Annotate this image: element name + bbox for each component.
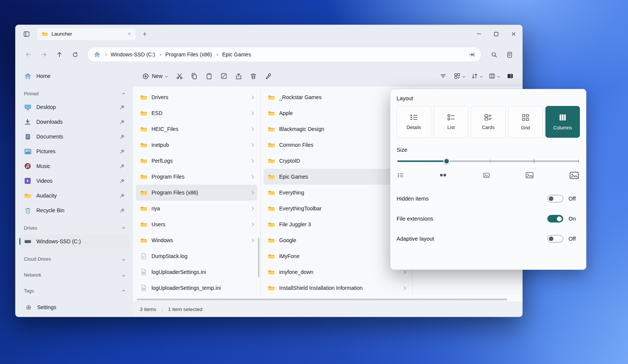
paste-button[interactable] [202,70,216,82]
chevron-right-icon [250,191,254,194]
file-name: logUploaderSettings_temp.ini [152,285,221,291]
address-bar[interactable]: Windows-SSD (C:) Program Files (x86) Epi… [87,47,481,62]
file-row-selected[interactable]: Program Files (x86) [136,185,257,201]
tab-list-button[interactable] [20,28,33,40]
horizontal-scrollbar-thumb[interactable] [137,299,507,300]
sidebar-item-audacity[interactable]: Audacity [19,188,129,203]
filter-button[interactable] [436,70,450,82]
file-row[interactable]: logUploaderSettings_temp.ini [136,280,257,296]
layout-option-grid[interactable]: Grid [508,106,543,138]
file-row[interactable]: inetpub [136,137,257,153]
forward-button[interactable] [37,48,51,61]
sidebar-item-videos[interactable]: Videos [19,174,129,188]
file-row[interactable]: File Juggler 3 [264,216,409,232]
sidebar-section-tags[interactable]: Tags [19,286,129,296]
layout-option-cards[interactable]: Cards [471,106,505,138]
toggle-knob [549,196,553,201]
file-row[interactable]: Apple [264,105,409,121]
size-slider[interactable] [397,157,579,165]
sidebar-item-pictures[interactable]: Pictures [19,144,129,159]
file-row[interactable]: Users [136,216,257,232]
folder-icon [268,254,275,259]
music-icon [24,163,31,170]
breadcrumb-item-drive[interactable]: Windows-SSD (C:) [111,51,155,58]
file-row[interactable]: Windows [136,232,257,248]
minimize-button[interactable] [470,25,487,43]
toggle-knob [557,216,562,221]
sidebar-section-pinned[interactable]: Pinned [19,89,129,99]
new-tab-button[interactable] [139,28,150,40]
back-button[interactable] [22,48,35,61]
maximize-button[interactable] [487,25,505,43]
file-row-selected[interactable]: Epic Games [264,169,409,185]
search-button[interactable] [487,48,501,61]
file-row[interactable]: logUploaderSettings.ini [136,264,257,280]
vertical-scrollbar-thumb[interactable] [258,238,259,277]
layout-option-columns[interactable]: Columns [545,106,580,138]
sidebar-item-home[interactable]: Home [19,69,129,83]
layout-view-button[interactable] [451,70,467,82]
file-row[interactable]: Google [264,232,409,248]
refresh-button[interactable] [68,48,82,61]
tab-launcher[interactable]: Launcher [37,28,136,40]
sidebar-item-documents[interactable]: Documents [19,129,129,144]
sidebar-item-desktop[interactable]: Desktop [19,100,129,114]
new-button[interactable]: New [138,70,172,82]
sidebar-item-downloads[interactable]: Downloads [19,115,129,129]
group-by-button[interactable] [486,70,502,82]
layout-option-details[interactable]: Details [397,106,431,138]
file-row[interactable]: Everything [264,185,409,201]
close-button[interactable] [505,25,522,43]
settings-label: Settings [37,304,56,310]
up-button[interactable] [53,48,66,61]
file-row[interactable]: iMyFone [264,248,409,264]
preview-pane-toggle[interactable] [503,70,517,82]
sidebar-item-label: Videos [36,178,53,184]
file-row[interactable]: _Rockstar Games [264,89,409,105]
hidden-items-toggle[interactable] [547,195,563,202]
properties-button[interactable] [261,70,275,82]
sidebar-item-music[interactable]: Music [19,159,129,173]
file-row[interactable]: imyfone_down [264,264,409,280]
breadcrumb-item-epic-games[interactable]: Epic Games [222,51,251,58]
file-row[interactable]: Blackmagic Design [264,121,409,137]
adaptive-layout-toggle[interactable] [547,235,563,243]
cut-button[interactable] [173,70,186,82]
sidebar-item-windows-ssd[interactable]: Windows-SSD (C:) [19,234,129,249]
file-row[interactable]: HEIC_Files [136,121,257,137]
sidebar-item-recycle-bin[interactable]: Recycle Bin [19,203,129,218]
slider-thumb[interactable] [444,158,450,164]
file-row[interactable]: ESD [136,105,257,121]
chevron-right-icon [250,175,254,179]
file-row[interactable]: InstallShield Installation Information [264,280,409,296]
sidebar-section-cloud-drives[interactable]: Cloud Drives [19,254,129,264]
sort-button[interactable] [469,70,485,82]
layout-option-list[interactable]: List [434,106,468,138]
file-row[interactable]: EverythingToolbar [264,201,409,216]
file-row[interactable]: CryptoID [264,153,409,169]
tab-close-button[interactable] [125,30,133,38]
file-row[interactable]: Drivers [136,89,257,105]
file-extensions-toggle[interactable] [547,215,563,222]
delete-button[interactable] [247,70,260,82]
go-to-button[interactable] [469,51,475,58]
chevron-right-icon [250,95,254,99]
sidebar-item-settings[interactable]: Settings [16,298,133,317]
sidebar-section-drives[interactable]: Drives [19,223,129,233]
new-button-label: New [152,73,162,79]
file-name: ESD [152,110,162,116]
file-name: Epic Games [279,174,308,180]
copy-button[interactable] [187,70,201,82]
share-button[interactable] [232,70,245,82]
file-row[interactable]: PerfLogs [136,153,257,169]
breadcrumb-home[interactable] [94,52,100,58]
sidebar-section-network[interactable]: Network [19,270,129,280]
file-row[interactable]: Program Files [136,169,257,185]
file-row[interactable]: riya [136,201,257,216]
rename-button[interactable] [217,70,231,82]
horizontal-scrollbar[interactable] [133,297,522,302]
file-row[interactable]: DumpStack.log [136,248,257,264]
breadcrumb-item-program-files-x86[interactable]: Program Files (x86) [165,51,212,58]
file-row[interactable]: Common Files [264,137,409,153]
notes-button[interactable] [503,48,516,61]
